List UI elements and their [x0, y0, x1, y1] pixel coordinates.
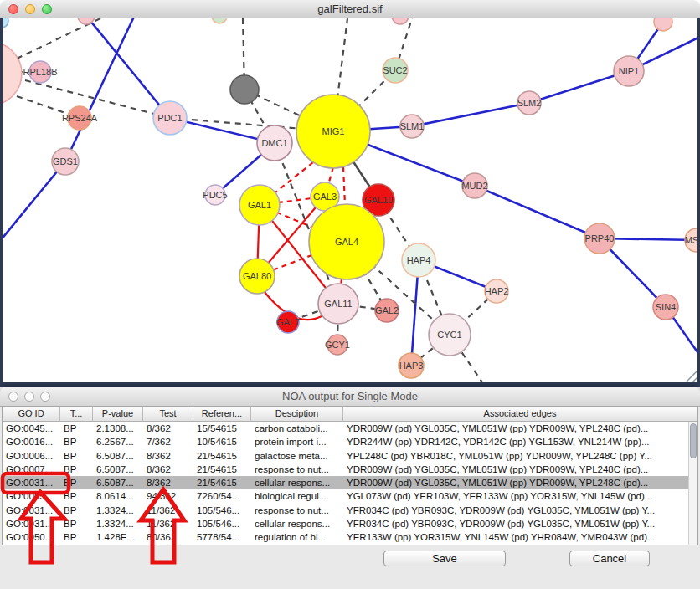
noa-window-title: NOA output for Single Mode: [0, 390, 700, 402]
node-label: GAL7: [276, 317, 300, 327]
table-row[interactable]: GO:0031...BP1.3324...11/362105/546...cel…: [3, 517, 697, 530]
network-titlebar: galFiltered.sif: [0, 0, 700, 18]
cell-p_value: 8.0614...: [93, 489, 143, 503]
cell-reference: 15/54615: [193, 422, 251, 435]
cell-edges: YPL248C (pd) YBR018C, YML051W (pp) YDR00…: [343, 449, 697, 463]
cell-reference: 21/54615: [193, 476, 251, 489]
node-label: MIG1: [322, 126, 345, 136]
cell-edges: YDR009W (pd) YGL035C, YML051W (pp) YDR00…: [343, 463, 697, 476]
node-label: MSL1: [685, 235, 700, 245]
cell-reference: 10/54615: [193, 435, 251, 448]
cell-type: BP: [60, 517, 93, 530]
network-window: RPL18BRPS24AGDS1PDC1DMC1MIG1SUC2SLM1SLM2…: [0, 0, 700, 387]
cell-description: biological regul...: [251, 489, 343, 503]
column-header-description[interactable]: Desciption: [251, 407, 343, 421]
node-label: MUD2: [461, 181, 487, 191]
column-header-type[interactable]: T...: [60, 407, 93, 421]
cell-type: BP: [60, 449, 93, 463]
table-row[interactable]: GO:0050...BP1.428E...80/3625778/54...reg…: [3, 530, 697, 544]
node-label: PDC1: [157, 113, 182, 123]
cell-test: 8/362: [143, 476, 193, 489]
node-unlabeled[interactable]: [0, 18, 8, 28]
cell-test: 8/362: [143, 463, 193, 476]
cell-test: 8/362: [143, 422, 193, 435]
cell-reference: 21/54615: [193, 463, 251, 476]
table-row[interactable]: GO:0007...BP6.5087...8/36221/54615respon…: [3, 463, 697, 476]
cell-type: BP: [60, 476, 93, 489]
go-results-table: GO IDT...P-valueTestReferen...Desciption…: [2, 407, 698, 545]
node-label: GAL1: [248, 200, 271, 210]
column-header-edges[interactable]: Associated edges: [343, 407, 697, 421]
node-label: GAL80: [243, 271, 271, 281]
cell-p_value: 6.5087...: [93, 463, 143, 476]
button-row: Save Cancel: [0, 551, 700, 571]
edge: [65, 18, 134, 161]
cancel-button[interactable]: Cancel: [569, 551, 650, 566]
cell-description: regulation of bi...: [251, 530, 343, 544]
node-label: HAP2: [485, 286, 509, 296]
node-label: GAL11: [324, 299, 352, 309]
node-label: RPL18B: [23, 67, 58, 77]
save-button[interactable]: Save: [383, 551, 506, 566]
network-canvas[interactable]: RPL18BRPS24AGDS1PDC1DMC1MIG1SUC2SLM1SLM2…: [0, 18, 700, 387]
node-label: PRP40: [585, 233, 615, 243]
cell-p_value: 1.3324...: [93, 517, 143, 530]
node-unlabeled[interactable]: [392, 18, 409, 24]
column-header-p_value[interactable]: P-value: [93, 407, 143, 421]
scrollbar-thumb[interactable]: [690, 423, 697, 458]
cell-edges: YER133W (pp) YOR315W, YNL145W (pd) YHR08…: [343, 530, 697, 544]
edge: [412, 103, 529, 126]
node-unlabeled[interactable]: [212, 18, 227, 23]
node-label: SUC2: [383, 65, 407, 75]
node-label: HAP3: [399, 361, 424, 371]
node-label: CYC1: [437, 330, 461, 340]
cell-p_value: 1.428E...: [93, 530, 143, 544]
cell-p_value: 6.2567...: [93, 435, 143, 448]
node-label: SLM2: [517, 98, 542, 108]
cell-description: cellular respons...: [251, 517, 343, 530]
cell-type: BP: [60, 489, 93, 503]
noa-window: NOA output for Single Mode GO IDT...P-va…: [0, 387, 700, 589]
table-row[interactable]: GO:0045...BP2.1308...8/36215/54615carbon…: [3, 422, 697, 435]
table-row[interactable]: GO:0016...BP6.2567...7/36210/54615protei…: [3, 435, 697, 448]
cell-go_id: GO:0031...: [3, 504, 60, 517]
network-graph: RPL18BRPS24AGDS1PDC1DMC1MIG1SUC2SLM1SLM2…: [0, 18, 700, 387]
cell-edges: YFR034C (pd) YBR093C, YDR009W (pd) YGL03…: [343, 517, 697, 530]
edge: [0, 161, 65, 241]
node-label: HAP4: [407, 255, 431, 265]
cell-p_value: 2.1308...: [93, 422, 143, 435]
cell-go_id: GO:0045...: [3, 422, 60, 435]
node-label: PDC5: [203, 190, 227, 200]
node-label: GAL10: [364, 195, 393, 205]
table-row[interactable]: GO:0006...BP6.5087...8/36221/54615galact…: [3, 449, 697, 463]
cell-type: BP: [60, 504, 93, 517]
column-header-reference[interactable]: Referen...: [193, 407, 251, 421]
cell-go_id: GO:0031...: [3, 517, 60, 530]
cell-reference: 105/546...: [193, 517, 251, 530]
node-label: GCY1: [325, 340, 350, 350]
node-unlabeled[interactable]: [654, 18, 672, 31]
cell-description: response to nut...: [251, 463, 343, 476]
node-label: GAL4: [335, 237, 358, 247]
table-row[interactable]: GO:0031...BP6.5087...8/36221/54615cellul…: [3, 476, 697, 489]
cell-test: 7/362: [143, 435, 193, 448]
column-header-test[interactable]: Test: [143, 407, 193, 421]
node-label: GAL2: [375, 305, 399, 315]
cell-edges: YFR034C (pd) YBR093C, YDR009W (pd) YGL03…: [343, 504, 697, 517]
vertical-scrollbar[interactable]: [688, 422, 697, 545]
window-title: galFiltered.sif: [0, 3, 700, 15]
table-row[interactable]: GO:0031...BP1.3324...11/362105/546...res…: [3, 504, 697, 517]
node-unlabeled[interactable]: [230, 75, 259, 104]
column-header-go_id[interactable]: GO ID: [3, 407, 60, 421]
edge: [475, 186, 600, 238]
cell-test: 11/362: [143, 517, 193, 530]
table-row[interactable]: GO:0065...BP8.0614...94/3627260/54...bio…: [3, 489, 697, 503]
cell-description: carbon cataboli...: [251, 422, 343, 435]
edge: [25, 80, 170, 118]
cell-p_value: 6.5087...: [93, 449, 143, 463]
node-label: SLM1: [400, 121, 425, 131]
cell-description: galactose meta...: [251, 449, 343, 463]
cell-type: BP: [60, 530, 93, 544]
cell-reference: 7260/54...: [193, 489, 251, 503]
cell-type: BP: [60, 463, 93, 476]
